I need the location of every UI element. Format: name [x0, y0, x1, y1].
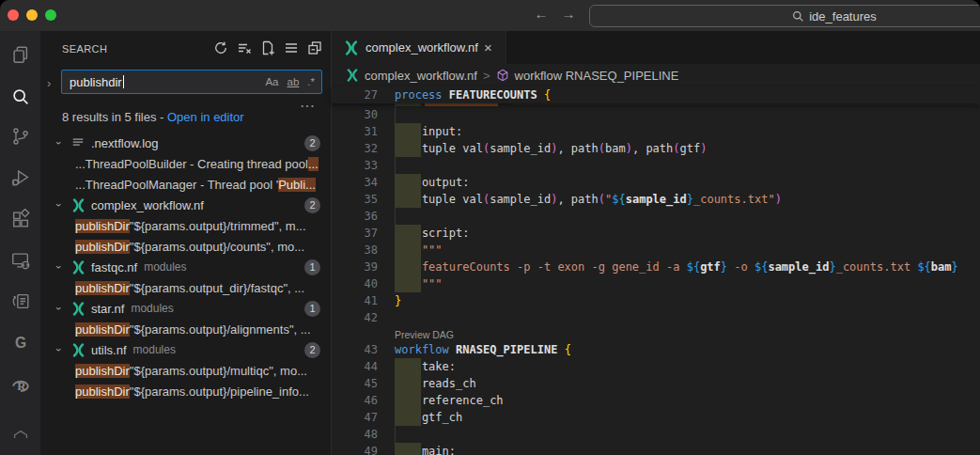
open-new-search-editor-icon[interactable] — [259, 39, 276, 56]
line-number[interactable]: 32 — [332, 140, 378, 157]
chevron-down-icon[interactable]: › — [54, 303, 65, 314]
code-line[interactable]: 47 gtf_ch — [332, 409, 980, 426]
line-number[interactable]: 43 — [332, 341, 378, 358]
code-line[interactable]: 32 tuple val(sample_id), path(bam), path… — [332, 140, 980, 157]
line-number[interactable]: 34 — [332, 174, 378, 191]
code-line[interactable]: 42 — [332, 309, 980, 326]
line-number[interactable]: 30 — [332, 106, 378, 123]
match-result-row[interactable]: publishDir "${params.output}/counts", mo… — [40, 236, 331, 257]
line-number[interactable]: 48 — [332, 426, 378, 443]
collapse-all-icon[interactable] — [306, 39, 323, 56]
file-name: fastqc.nf — [91, 260, 137, 275]
code-line[interactable]: 35 tuple val(sample_id), path("${sample_… — [332, 191, 980, 208]
tab-strip: complex_workflow.nf × — [332, 31, 980, 64]
command-center[interactable]: ide_features — [589, 5, 980, 27]
code-line[interactable]: 49 main: — [332, 443, 980, 455]
code-line[interactable]: 40 """ — [332, 275, 980, 292]
file-result-row[interactable]: ›.nextflow.log2 — [40, 133, 331, 153]
match-result-row[interactable]: publishDir "${params.output}/multiqc", m… — [40, 360, 331, 381]
code-line[interactable]: 36 — [332, 208, 980, 225]
refresh-icon[interactable] — [212, 39, 229, 56]
nextflow-icon — [71, 260, 86, 275]
breadcrumb-symbol[interactable]: workflow RNASEQ_PIPELINE — [515, 69, 679, 83]
task-document-icon[interactable] — [0, 289, 40, 315]
line-number[interactable]: 42 — [332, 309, 378, 326]
match-result-row[interactable]: publishDir "${params.output}/pipeline_in… — [40, 381, 331, 401]
regex-toggle[interactable]: .* — [307, 76, 315, 87]
file-result-row[interactable]: ›fastqc.nfmodules1 — [40, 257, 331, 277]
clear-search-results-icon[interactable] — [236, 39, 253, 56]
run-debug-icon[interactable] — [0, 165, 40, 191]
line-number[interactable]: 39 — [332, 259, 378, 275]
match-highlight: publishDir — [75, 322, 130, 337]
code-line[interactable]: 43workflow RNASEQ_PIPELINE { — [332, 341, 980, 358]
code-line[interactable]: 33 — [332, 157, 980, 174]
line-number[interactable]: 45 — [332, 375, 378, 392]
breadcrumb-file[interactable]: complex_workflow.nf — [365, 69, 477, 83]
gitlens-icon[interactable]: G — [0, 330, 40, 356]
chevron-down-icon[interactable]: › — [54, 199, 65, 211]
sticky-code-line[interactable]: 27process FEATURECOUNTS { — [332, 86, 980, 103]
chevron-down-icon[interactable]: › — [54, 261, 65, 273]
whole-word-toggle[interactable]: ab — [288, 76, 300, 87]
line-number[interactable]: 40 — [332, 275, 378, 292]
remote-explorer-icon[interactable] — [0, 247, 40, 274]
match-result-row[interactable]: ...ThreadPoolBuilder - Creating thread p… — [40, 153, 331, 174]
file-result-row[interactable]: ›complex_workflow.nf2 — [40, 195, 331, 215]
partial-extension-icon[interactable] — [0, 415, 40, 441]
open-in-editor-link[interactable]: Open in editor — [167, 110, 244, 124]
code-line[interactable]: 46 reference_ch — [332, 392, 980, 409]
code-line[interactable]: 48 — [332, 426, 980, 443]
line-number[interactable]: 49 — [332, 443, 378, 455]
file-result-row[interactable]: ›utils.nfmodules2 — [40, 339, 331, 360]
code-line[interactable]: 39 featureCounts -p -t exon -g gene_id -… — [332, 259, 980, 275]
close-icon[interactable]: × — [479, 39, 497, 56]
code-line[interactable]: 30 — [332, 106, 980, 123]
chevron-down-icon[interactable]: › — [54, 344, 65, 355]
toggle-replace-chevron[interactable]: › — [47, 76, 51, 90]
file-result-row[interactable]: ›star.nfmodules1 — [40, 298, 331, 319]
match-case-toggle[interactable]: Aa — [265, 76, 278, 87]
line-number[interactable]: 44 — [332, 358, 378, 375]
line-number[interactable]: 33 — [332, 157, 378, 174]
match-result-row[interactable]: ...ThreadPoolManager - Thread pool 'Publ… — [40, 174, 331, 195]
code-line[interactable]: 38 """ — [332, 242, 980, 259]
line-number[interactable]: 41 — [332, 292, 378, 309]
codelens-preview-dag[interactable]: Preview DAG — [395, 327, 454, 342]
search-icon-active[interactable] — [0, 84, 40, 110]
match-result-row[interactable]: publishDir "${params.output}/trimmed", m… — [40, 215, 331, 236]
search-input[interactable]: publishdir Aa ab .* — [61, 70, 322, 94]
line-number[interactable]: 47 — [332, 409, 378, 426]
r-language-icon[interactable]: R — [0, 371, 40, 398]
code-line[interactable]: 37 script: — [332, 225, 980, 242]
explorer-icon[interactable] — [0, 41, 40, 68]
chevron-down-icon[interactable]: › — [54, 137, 65, 149]
tab-complex-workflow[interactable]: complex_workflow.nf × — [332, 31, 506, 64]
source-control-icon[interactable] — [0, 123, 40, 149]
view-as-tree-icon[interactable] — [283, 39, 300, 56]
close-window-button[interactable] — [8, 9, 19, 21]
toggle-search-details[interactable]: ... — [301, 97, 316, 110]
code-line[interactable]: 41} — [332, 292, 980, 309]
code-line[interactable]: 45 reads_ch — [332, 375, 980, 392]
zoom-window-button[interactable] — [45, 9, 56, 21]
code-line[interactable]: 34 output: — [332, 174, 980, 191]
match-result-row[interactable]: publishDir "${params.output_dir}/fastqc"… — [40, 277, 331, 298]
line-number[interactable]: 37 — [332, 225, 378, 242]
extensions-icon[interactable] — [0, 206, 40, 232]
line-number[interactable]: 46 — [332, 392, 378, 409]
match-result-row[interactable]: publishDir "${params.output}/alignments"… — [40, 319, 331, 339]
code-line[interactable]: 31 input: — [332, 123, 980, 140]
code-line[interactable]: 44 take: — [332, 358, 980, 375]
minimize-window-button[interactable] — [26, 9, 38, 21]
line-number[interactable]: 38 — [332, 242, 378, 259]
search-query-text: publishdir — [70, 75, 122, 89]
nextflow-icon — [346, 69, 359, 82]
line-number[interactable]: 35 — [332, 191, 378, 208]
match-highlight: publishDir — [75, 240, 130, 254]
forward-button[interactable]: → — [558, 6, 579, 22]
back-button[interactable]: ← — [531, 6, 552, 22]
line-number[interactable]: 36 — [332, 208, 378, 225]
line-number[interactable]: 31 — [332, 123, 378, 140]
line-number[interactable]: 27 — [332, 86, 378, 103]
